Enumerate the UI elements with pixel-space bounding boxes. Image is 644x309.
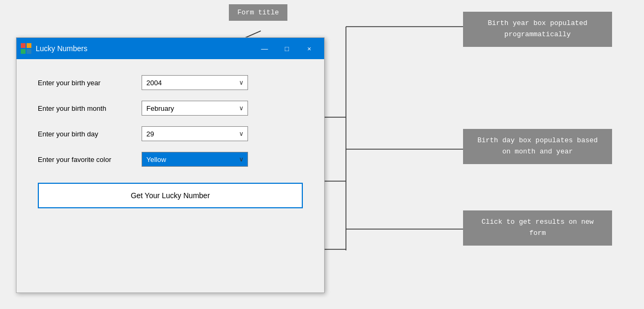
- birth-year-annotation: Birth year box populatedprogrammatically: [463, 12, 612, 47]
- birth-year-select[interactable]: 2004: [142, 75, 248, 90]
- lucky-number-button[interactable]: Get Your Lucky Number: [38, 183, 303, 208]
- title-bar: Lucky Numbers — □ ×: [16, 38, 324, 59]
- birth-day-select-wrapper: 29: [142, 126, 248, 141]
- birth-day-annotation: Birth day box populates basedon month an…: [463, 129, 612, 164]
- birth-day-row: Enter your birth day 29: [38, 126, 303, 141]
- minimize-button[interactable]: —: [254, 40, 275, 56]
- birth-year-select-wrapper: 2004: [142, 75, 248, 90]
- birth-month-select[interactable]: February: [142, 101, 248, 116]
- birth-year-label: Enter your birth year: [38, 79, 142, 87]
- fav-color-select-wrapper: Yellow: [142, 152, 248, 167]
- title-bar-controls: — □ ×: [254, 40, 320, 56]
- birth-day-label: Enter your birth day: [38, 130, 142, 138]
- birth-day-select[interactable]: 29: [142, 126, 248, 141]
- app-icon: [21, 43, 31, 54]
- maximize-button[interactable]: □: [276, 40, 298, 56]
- birth-month-label: Enter your birth month: [38, 104, 142, 112]
- fav-color-label: Enter your favorite color: [38, 156, 142, 164]
- app-window: Lucky Numbers — □ × Enter your birth yea…: [16, 37, 325, 293]
- birth-month-select-wrapper: February: [142, 101, 248, 116]
- window-title: Lucky Numbers: [36, 44, 254, 53]
- button-annotation: Click to get results on newform: [463, 210, 612, 246]
- fav-color-select[interactable]: Yellow: [142, 152, 248, 167]
- form-content: Enter your birth year 2004 Enter your bi…: [16, 59, 324, 219]
- fav-color-row: Enter your favorite color Yellow: [38, 152, 303, 167]
- birth-year-row: Enter your birth year 2004: [38, 75, 303, 90]
- birth-month-row: Enter your birth month February: [38, 101, 303, 116]
- form-title-annotation: Form title: [229, 4, 287, 21]
- close-button[interactable]: ×: [299, 40, 320, 56]
